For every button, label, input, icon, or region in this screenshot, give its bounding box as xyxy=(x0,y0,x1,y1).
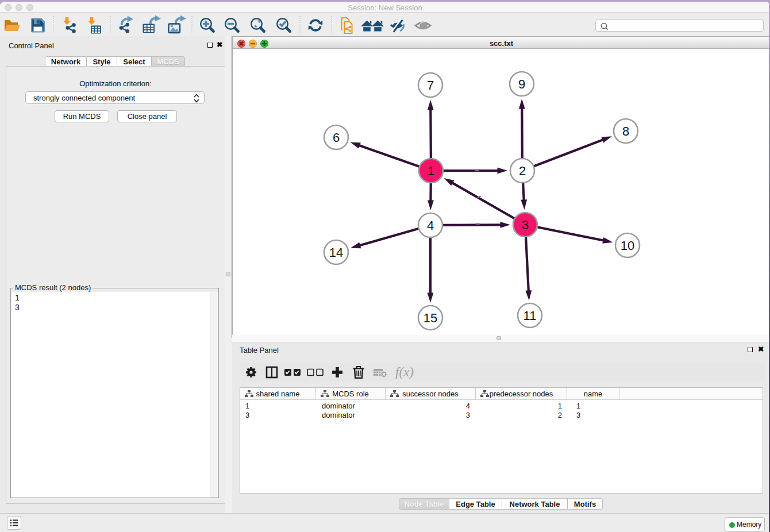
svg-text:15: 15 xyxy=(424,311,437,325)
svg-text:10: 10 xyxy=(621,238,634,253)
svg-text:2: 2 xyxy=(519,164,526,178)
svg-text:1: 1 xyxy=(428,164,434,178)
svg-text:3: 3 xyxy=(522,218,529,232)
svg-text:6: 6 xyxy=(333,130,340,145)
svg-text:11: 11 xyxy=(523,309,537,323)
svg-text:9: 9 xyxy=(518,77,525,91)
svg-text:14: 14 xyxy=(329,245,343,260)
svg-text:8: 8 xyxy=(622,124,629,138)
svg-text:4: 4 xyxy=(427,218,434,233)
svg-text:f(x): f(x) xyxy=(395,365,414,379)
svg-text:7: 7 xyxy=(427,78,434,92)
